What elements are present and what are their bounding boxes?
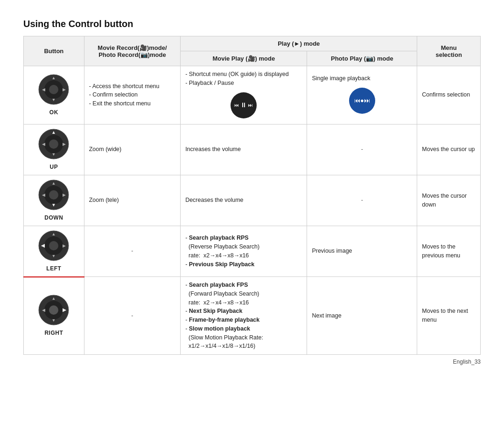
up-photo-play: - (307, 124, 417, 175)
row-down: ▲ ▼ ◀ ▶ DOWN Zoom (tele) Decreases the v… (24, 175, 481, 226)
up-movie-play: Increases the volume (181, 124, 307, 175)
svg-text:▲: ▲ (52, 181, 56, 186)
svg-text:▶: ▶ (63, 307, 67, 312)
right-button-icon: ▲ ▼ ◀ ▶ (38, 294, 70, 326)
down-movie-play: Decreases the volume (181, 175, 307, 226)
right-label: RIGHT (44, 329, 63, 337)
down-button-icon: ▲ ▼ ◀ ▶ (38, 179, 70, 211)
row-ok: ▲ ▼ ◀ ▶ OK - Access the shortcut menu - … (24, 66, 481, 124)
svg-point-2 (49, 85, 58, 94)
svg-text:▲: ▲ (52, 76, 56, 80)
button-left-cell: ▲ ▼ ◀ ▶ LEFT (24, 226, 84, 277)
row-left: ▲ ▼ ◀ ▶ LEFT - - Search playback RPS (Re… (24, 226, 481, 277)
left-button-icon: ▲ ▼ ◀ ▶ (38, 230, 70, 262)
right-movie-play: - Search playback FPS (Forward Playback … (181, 277, 307, 355)
svg-text:▶: ▶ (63, 243, 66, 248)
header-play-mode: Play (►) mode (181, 36, 417, 51)
control-button-table: Button Movie Record(🎥)mode/Photo Record(… (23, 36, 481, 355)
svg-text:◀: ◀ (41, 243, 45, 248)
left-movie-record: - (84, 226, 180, 277)
left-label: LEFT (46, 264, 61, 273)
down-movie-record: Zoom (tele) (84, 175, 180, 226)
svg-text:◀: ◀ (42, 193, 45, 197)
svg-point-16 (49, 190, 58, 200)
button-ok-cell: ▲ ▼ ◀ ▶ OK (24, 66, 84, 124)
down-photo-play: - (307, 175, 417, 226)
left-menu: Moves to the previous menu (417, 226, 481, 277)
svg-point-23 (49, 241, 58, 250)
svg-point-30 (49, 305, 58, 315)
svg-text:▲: ▲ (52, 232, 56, 236)
svg-text:▼: ▼ (52, 152, 56, 157)
left-movie-play: - Search playback RPS (Reverse Playback … (181, 226, 307, 277)
row-up: ▲ ▼ ◀ ▶ UP Zoom (wide) Increases the vol… (24, 124, 481, 175)
page-title: Using the Control button (23, 19, 481, 29)
svg-text:▲: ▲ (51, 130, 56, 135)
svg-point-9 (49, 139, 58, 149)
right-movie-record: - (84, 277, 180, 355)
header-movie-play: Movie Play (🎥) mode (181, 51, 307, 66)
svg-text:▶: ▶ (63, 142, 66, 146)
right-menu: Moves to the next menu (417, 277, 481, 355)
header-photo-play: Photo Play (📷) mode (307, 51, 417, 66)
ok-movie-play: - Shortcut menu (OK guide) is displayed … (181, 66, 307, 124)
button-right-cell: ▲ ▼ ◀ ▶ RIGHT (24, 277, 84, 355)
up-menu: Moves the cursor up (417, 124, 481, 175)
header-menu: Menuselection (417, 36, 481, 66)
ok-menu: Confirms selection (417, 66, 481, 124)
svg-text:◀: ◀ (42, 308, 45, 312)
row-right: ▲ ▼ ◀ ▶ RIGHT - - Search playback FPS (F… (24, 277, 481, 355)
svg-text:▶: ▶ (63, 193, 66, 197)
svg-text:◀: ◀ (42, 142, 45, 146)
down-menu: Moves the cursor down (417, 175, 481, 226)
footer: English_33 (23, 359, 481, 365)
header-button: Button (24, 36, 84, 66)
button-up-cell: ▲ ▼ ◀ ▶ UP (24, 124, 84, 175)
svg-text:▼: ▼ (52, 97, 56, 102)
ok-label: OK (49, 108, 58, 117)
header-movie-record: Movie Record(🎥)mode/Photo Record(📷)mode (84, 36, 180, 66)
ok-movie-record: - Access the shortcut menu - Confirm sel… (84, 66, 180, 124)
left-photo-play: Previous image (307, 226, 417, 277)
up-movie-record: Zoom (wide) (84, 124, 180, 175)
svg-text:◀: ◀ (42, 87, 45, 92)
up-button-icon: ▲ ▼ ◀ ▶ (38, 128, 70, 160)
down-label: DOWN (44, 214, 63, 222)
svg-text:▲: ▲ (52, 296, 56, 301)
button-down-cell: ▲ ▼ ◀ ▶ DOWN (24, 175, 84, 226)
svg-text:▼: ▼ (52, 318, 56, 323)
ok-photo-play: Single image playback ⏮●⏭ (307, 66, 417, 124)
svg-text:▼: ▼ (51, 202, 56, 207)
right-photo-play: Next image (307, 277, 417, 355)
ok-button-icon: ▲ ▼ ◀ ▶ (38, 74, 70, 105)
svg-text:▶: ▶ (63, 87, 66, 92)
up-label: UP (50, 163, 58, 171)
svg-text:▼: ▼ (52, 254, 56, 258)
